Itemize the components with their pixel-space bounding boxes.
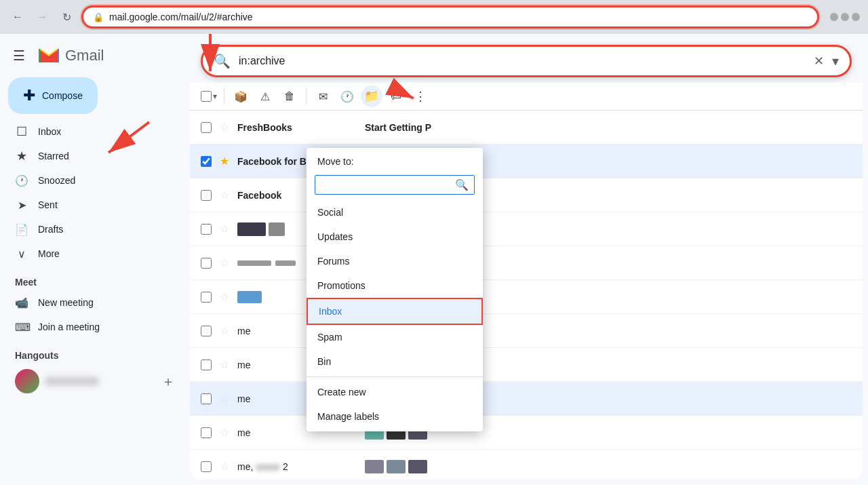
snooze-button[interactable]: 🕐 <box>336 85 358 107</box>
archive-button[interactable]: 📦 <box>230 85 252 107</box>
email-checkbox[interactable] <box>201 427 212 438</box>
table-row[interactable]: ☆ me <box>190 314 863 348</box>
sidebar: ☰ Gmail ✚ Compose <box>0 34 190 485</box>
email-checkbox[interactable] <box>201 461 212 472</box>
table-row[interactable]: ☆ Facebook See who liked y <box>190 178 863 212</box>
table-row[interactable]: ☆ me <box>190 382 863 416</box>
move-to-item-inbox[interactable]: Inbox <box>307 298 483 325</box>
move-to-item-updates[interactable]: Updates <box>307 225 483 249</box>
meet-section-label: Meet <box>0 266 190 290</box>
compose-plus-icon: ✚ <box>23 87 35 104</box>
address-bar[interactable]: 🔒 mail.google.com/mail/u/2/#archive <box>81 5 819 28</box>
clock-icon: 🕐 <box>15 174 28 187</box>
back-button[interactable]: ← <box>8 7 27 26</box>
search-icon: 🔍 <box>455 178 469 191</box>
sidebar-item-sent-label: Sent <box>38 199 58 210</box>
email-list: ☆ FreshBooks Start Getting P ★ Facebook … <box>190 111 863 480</box>
report-spam-button[interactable]: ⚠ <box>254 85 276 107</box>
email-checkbox[interactable] <box>201 393 212 404</box>
mark-read-button[interactable]: ✉ <box>312 85 334 107</box>
table-row[interactable]: ☆ InboxBritish K <box>190 280 863 314</box>
main-content: 🔍 ✕ ▾ ▾ 📦 ⚠ 🗑 ✉ 🕐 📁 🏷 ⋮ <box>190 39 863 480</box>
star-icon[interactable]: ☆ <box>220 426 229 439</box>
star-icon[interactable]: ☆ <box>220 222 229 235</box>
clear-search-icon[interactable]: ✕ <box>814 54 824 69</box>
move-to-item-spam[interactable]: Spam <box>307 325 483 349</box>
star-icon[interactable]: ☆ <box>220 324 229 337</box>
labels-button[interactable]: 🏷 <box>385 85 407 107</box>
table-row[interactable]: ☆ Manage Projec <box>190 212 863 246</box>
sidebar-item-drafts-label: Drafts <box>38 224 63 235</box>
keyboard-icon: ⌨ <box>15 321 28 334</box>
email-checkbox[interactable] <box>201 224 212 235</box>
email-checkbox[interactable] <box>201 122 212 133</box>
star-icon[interactable]: ★ <box>220 155 229 168</box>
table-row[interactable]: ☆ me, 2 <box>190 450 863 480</box>
sidebar-item-starred[interactable]: ★ Starred <box>0 144 179 168</box>
move-to-button[interactable]: 📁 <box>361 85 382 107</box>
move-to-search-input[interactable] <box>321 180 455 191</box>
new-meeting-label: New meeting <box>38 297 94 308</box>
toolbar: ▾ 📦 ⚠ 🗑 ✉ 🕐 📁 🏷 ⋮ <box>190 83 863 111</box>
hamburger-button[interactable]: ☰ <box>5 42 33 69</box>
star-icon[interactable]: ☆ <box>220 358 229 371</box>
email-snippet: Start Getting P <box>365 122 852 133</box>
sidebar-item-inbox[interactable]: ☐ Inbox <box>0 119 179 144</box>
sidebar-item-more-label: More <box>38 248 60 259</box>
sender-name: FreshBooks <box>237 122 359 133</box>
url-text: mail.google.com/mail/u/2/#archive <box>109 12 253 22</box>
search-bar[interactable]: 🔍 ✕ ▾ <box>201 45 852 77</box>
email-checkbox[interactable] <box>201 360 212 370</box>
delete-button[interactable]: 🗑 <box>279 85 300 107</box>
email-checkbox[interactable] <box>201 190 212 201</box>
lock-icon: 🔒 <box>93 12 104 22</box>
star-icon[interactable]: ☆ <box>220 121 229 134</box>
move-to-item-bin[interactable]: Bin <box>307 349 483 374</box>
sidebar-item-more[interactable]: ∨ More <box>0 241 179 266</box>
move-to-manage-labels[interactable]: Manage labels <box>307 404 483 431</box>
email-checkbox[interactable] <box>201 292 212 303</box>
table-row[interactable]: ☆ me <box>190 348 863 382</box>
move-to-dropdown: Move to: 🔍 Social Updates Forums Promoti… <box>307 148 483 431</box>
star-icon[interactable]: ☆ <box>220 460 229 473</box>
sidebar-item-snoozed[interactable]: 🕐 Snoozed <box>0 168 179 193</box>
email-checkbox[interactable] <box>201 326 212 336</box>
select-all-checkbox[interactable] <box>201 91 212 102</box>
hangouts-section-label: Hangouts <box>0 339 190 366</box>
search-input[interactable] <box>239 55 806 67</box>
more-options-button[interactable]: ⋮ <box>410 85 431 107</box>
hangouts-avatar <box>15 369 39 393</box>
sidebar-item-new-meeting[interactable]: 📹 New meeting <box>0 290 190 315</box>
sidebar-item-snoozed-label: Snoozed <box>38 175 75 186</box>
forward-button[interactable]: → <box>33 7 52 26</box>
move-to-create-new[interactable]: Create new <box>307 380 483 404</box>
star-icon[interactable]: ☆ <box>220 189 229 201</box>
hangouts-add-button[interactable]: ＋ <box>161 372 175 391</box>
star-icon[interactable]: ☆ <box>220 392 229 405</box>
table-row[interactable]: ☆ FreshBooks Start Getting P <box>190 111 863 144</box>
browser-chrome: ← → ↻ 🔒 mail.google.com/mail/u/2/#archiv… <box>0 0 868 34</box>
star-icon[interactable]: ☆ <box>220 290 229 303</box>
drafts-icon: 📄 <box>15 223 28 236</box>
search-options-icon[interactable]: ▾ <box>832 53 839 69</box>
move-to-item-social[interactable]: Social <box>307 200 483 225</box>
sidebar-item-sent[interactable]: ➤ Sent <box>0 193 179 217</box>
compose-button[interactable]: ✚ Compose <box>8 77 98 114</box>
select-dropdown-button[interactable]: ▾ <box>212 92 218 101</box>
table-row[interactable]: ★ Facebook for Busine. Welcome to Fa <box>190 144 863 178</box>
sent-icon: ➤ <box>15 199 28 212</box>
table-row[interactable]: ☆ me <box>190 416 863 450</box>
refresh-button[interactable]: ↻ <box>57 7 76 26</box>
sidebar-item-join-meeting[interactable]: ⌨ Join a meeting <box>0 315 190 339</box>
star-icon[interactable]: ☆ <box>220 256 229 269</box>
sidebar-item-inbox-label: Inbox <box>38 126 61 137</box>
move-to-item-promotions[interactable]: Promotions <box>307 273 483 298</box>
move-to-title: Move to: <box>307 148 483 172</box>
move-to-item-forums[interactable]: Forums <box>307 249 483 273</box>
sidebar-item-drafts[interactable]: 📄 Drafts <box>0 217 179 241</box>
email-checkbox[interactable] <box>201 156 212 167</box>
email-checkbox[interactable] <box>201 258 212 269</box>
join-meeting-label: Join a meeting <box>38 322 100 332</box>
move-to-search-box[interactable]: 🔍 <box>315 175 475 195</box>
table-row[interactable]: ☆ Send Invoices <box>190 246 863 280</box>
